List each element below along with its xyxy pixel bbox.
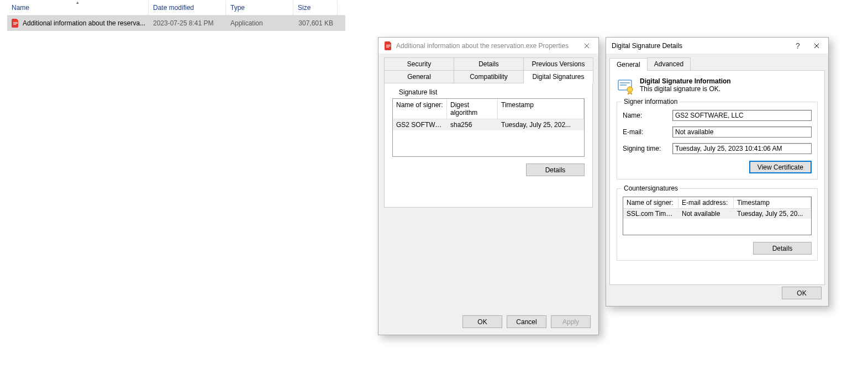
file-list-row[interactable]: Additional information about the reserva… — [7, 15, 345, 31]
file-size: 307,601 KB — [293, 19, 338, 27]
file-date: 2023-07-25 8:41 PM — [149, 19, 226, 27]
file-explorer-list: ▴ Name Date modified Type Size Additiona… — [7, 0, 345, 31]
file-name: Additional information about the reserva… — [23, 19, 145, 27]
column-date-modified[interactable]: Date modified — [149, 1, 226, 15]
column-size[interactable]: Size — [293, 1, 338, 15]
column-name[interactable]: ▴ Name — [7, 1, 149, 15]
column-name-label: Name — [12, 4, 29, 12]
file-explorer-header: ▴ Name Date modified Type Size — [7, 0, 345, 15]
sort-ascending-icon: ▴ — [76, 1, 79, 5]
column-type[interactable]: Type — [226, 1, 293, 15]
file-type: Application — [226, 19, 293, 27]
exe-file-icon — [12, 19, 19, 28]
